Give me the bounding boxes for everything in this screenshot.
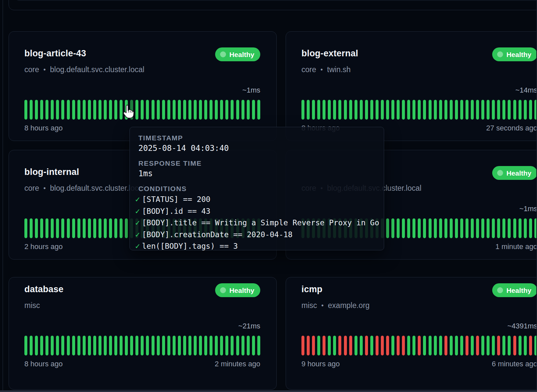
uptime-bar[interactable] xyxy=(194,100,197,120)
uptime-bar[interactable] xyxy=(241,336,244,355)
uptime-bar[interactable] xyxy=(30,100,33,120)
uptime-bar-down[interactable] xyxy=(365,336,368,355)
uptime-bar[interactable] xyxy=(252,336,255,355)
uptime-bar[interactable] xyxy=(466,218,468,238)
uptime-bar[interactable] xyxy=(88,218,91,238)
uptime-bar[interactable] xyxy=(391,100,394,120)
uptime-bar[interactable] xyxy=(333,336,336,355)
uptime-bar[interactable] xyxy=(492,336,495,355)
uptime-bar[interactable] xyxy=(204,100,207,120)
uptime-bar[interactable] xyxy=(88,100,91,120)
uptime-bar[interactable] xyxy=(455,218,458,238)
uptime-bar[interactable] xyxy=(370,336,373,355)
uptime-bar[interactable] xyxy=(109,100,112,120)
uptime-bar[interactable] xyxy=(210,100,212,120)
uptime-bar[interactable] xyxy=(83,218,86,238)
uptime-bar[interactable] xyxy=(439,218,442,238)
uptime-bar[interactable] xyxy=(146,100,149,120)
uptime-bar[interactable] xyxy=(370,100,373,120)
uptime-bar[interactable] xyxy=(391,336,394,355)
uptime-bar[interactable] xyxy=(99,218,101,238)
uptime-bar[interactable] xyxy=(104,336,107,355)
uptime-bar[interactable] xyxy=(429,100,432,120)
uptime-bar-down[interactable] xyxy=(476,336,479,355)
uptime-bar[interactable] xyxy=(83,100,86,120)
uptime-bar[interactable] xyxy=(135,336,138,355)
uptime-bar[interactable] xyxy=(183,336,186,355)
uptime-bar-down[interactable] xyxy=(397,336,400,355)
uptime-bar-down[interactable] xyxy=(323,336,325,355)
uptime-bar[interactable] xyxy=(365,100,368,120)
uptime-bar[interactable] xyxy=(67,336,70,355)
uptime-bar[interactable] xyxy=(162,336,165,355)
uptime-bar-down[interactable] xyxy=(307,336,310,355)
uptime-bar[interactable] xyxy=(423,100,426,120)
uptime-bar-down[interactable] xyxy=(376,336,379,355)
uptime-bar[interactable] xyxy=(109,336,112,355)
uptime-bar[interactable] xyxy=(338,100,341,120)
uptime-bar[interactable] xyxy=(45,218,48,238)
uptime-bar[interactable] xyxy=(407,100,410,120)
uptime-bar[interactable] xyxy=(519,218,522,238)
uptime-bar[interactable] xyxy=(455,336,458,355)
uptime-bar[interactable] xyxy=(402,218,405,238)
uptime-bar[interactable] xyxy=(45,336,48,355)
uptime-bar[interactable] xyxy=(152,336,155,355)
uptime-bar[interactable] xyxy=(141,336,144,355)
uptime-bar[interactable] xyxy=(481,218,484,238)
uptime-bar[interactable] xyxy=(188,100,191,120)
uptime-bar[interactable] xyxy=(534,218,537,238)
uptime-bar[interactable] xyxy=(204,336,207,355)
uptime-bar[interactable] xyxy=(194,336,197,355)
uptime-bar[interactable] xyxy=(72,336,75,355)
uptime-bar-down[interactable] xyxy=(402,336,405,355)
uptime-bar[interactable] xyxy=(77,336,80,355)
uptime-bar[interactable] xyxy=(524,100,527,120)
uptime-bar[interactable] xyxy=(524,336,527,355)
uptime-bar[interactable] xyxy=(455,100,458,120)
uptime-bar[interactable] xyxy=(178,100,181,120)
uptime-bar[interactable] xyxy=(450,218,453,238)
uptime-bar[interactable] xyxy=(534,336,537,355)
uptime-bar[interactable] xyxy=(257,100,260,120)
uptime-bar-down[interactable] xyxy=(386,336,389,355)
uptime-bar[interactable] xyxy=(120,100,123,120)
uptime-bar[interactable] xyxy=(24,100,27,120)
uptime-bar[interactable] xyxy=(307,100,310,120)
uptime-bar[interactable] xyxy=(183,100,186,120)
uptime-bar[interactable] xyxy=(220,336,223,355)
uptime-bar[interactable] xyxy=(45,100,48,120)
uptime-bar[interactable] xyxy=(450,336,453,355)
uptime-bar[interactable] xyxy=(93,336,96,355)
uptime-bar[interactable] xyxy=(487,336,490,355)
uptime-bar[interactable] xyxy=(386,100,389,120)
endpoint-card[interactable]: icmpHealthymisc•example.org~4391ms9 hour… xyxy=(286,277,537,390)
uptime-bar[interactable] xyxy=(508,100,511,120)
uptime-bar[interactable] xyxy=(519,100,522,120)
uptime-bar[interactable] xyxy=(236,336,239,355)
uptime-bar[interactable] xyxy=(188,336,191,355)
uptime-bar[interactable] xyxy=(354,336,357,355)
uptime-bar[interactable] xyxy=(114,336,117,355)
uptime-bar[interactable] xyxy=(51,218,54,238)
uptime-bar[interactable] xyxy=(301,100,304,120)
uptime-bar[interactable] xyxy=(412,218,415,238)
uptime-bar[interactable] xyxy=(487,218,490,238)
uptime-bar[interactable] xyxy=(67,100,70,120)
uptime-bar[interactable] xyxy=(120,218,123,238)
uptime-bar[interactable] xyxy=(225,100,228,120)
uptime-bar[interactable] xyxy=(135,100,138,120)
uptime-bar[interactable] xyxy=(167,336,170,355)
uptime-bar[interactable] xyxy=(397,100,400,120)
uptime-bar[interactable] xyxy=(51,100,54,120)
uptime-bar[interactable] xyxy=(333,100,336,120)
uptime-bar-down[interactable] xyxy=(529,336,532,355)
uptime-bar[interactable] xyxy=(434,336,437,355)
uptime-bar[interactable] xyxy=(231,100,234,120)
uptime-bar[interactable] xyxy=(247,100,250,120)
uptime-bar[interactable] xyxy=(225,336,228,355)
uptime-bar[interactable] xyxy=(61,336,64,355)
uptime-bar[interactable] xyxy=(231,336,234,355)
uptime-bar[interactable] xyxy=(93,100,96,120)
uptime-bar[interactable] xyxy=(104,218,107,238)
